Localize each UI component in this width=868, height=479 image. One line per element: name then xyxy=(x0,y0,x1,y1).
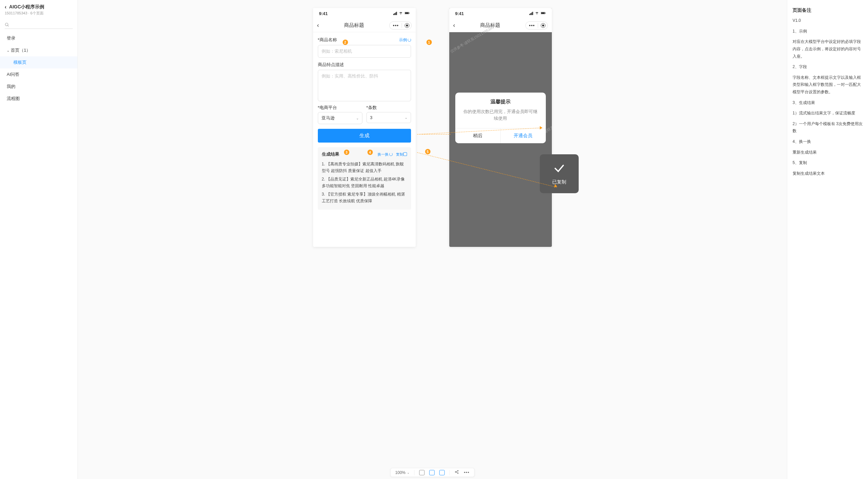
signal-icon xyxy=(529,12,533,15)
count-select[interactable]: 3⌄ xyxy=(367,112,411,123)
svg-rect-3 xyxy=(405,12,408,13)
result-title: 生成结果 xyxy=(322,151,339,157)
sidebar-item-template[interactable]: 模板页 xyxy=(0,56,78,68)
more-icon[interactable]: ••• xyxy=(392,23,400,28)
project-subtitle: 15011785343 · 6个页面 xyxy=(5,11,73,16)
wifi-icon xyxy=(534,11,539,16)
more-icon[interactable]: ••• xyxy=(528,23,536,28)
svg-point-0 xyxy=(5,23,8,26)
example-link[interactable]: 示例 xyxy=(399,37,411,43)
svg-line-12 xyxy=(456,472,458,473)
nav-back-icon[interactable]: ‹ xyxy=(317,22,319,29)
device-icon-3[interactable] xyxy=(439,470,445,475)
phone-mockup-form: 9:41 ‹ 商品标题 ••• xyxy=(313,8,416,247)
modal-title: 温馨提示 xyxy=(455,93,546,107)
signal-icon xyxy=(393,12,397,15)
annotation-arrow xyxy=(554,184,557,188)
svg-point-8 xyxy=(455,472,456,472)
bottom-toolbar: 100%⌄ ••• xyxy=(390,468,474,477)
svg-rect-6 xyxy=(541,12,545,13)
count-label: *条数 xyxy=(367,105,377,110)
notes-version: V1.0 xyxy=(793,17,863,25)
notes-line: 3、生成结果 xyxy=(793,99,863,107)
svg-rect-4 xyxy=(409,12,409,13)
product-desc-input[interactable]: 例如：实用、高性价比、防抖 xyxy=(318,70,411,101)
shuffle-button[interactable]: 换一换 xyxy=(377,152,393,157)
annotation-badge-1: 1 xyxy=(427,39,432,45)
svg-point-10 xyxy=(458,473,458,473)
sidebar-item-aiqna[interactable]: AI问答 xyxy=(0,68,78,81)
platform-select[interactable]: 亚马逊⌄ xyxy=(318,112,363,124)
name-label: *商品名称 xyxy=(318,37,337,43)
project-title: AIGC小程序示例 xyxy=(9,4,44,10)
check-icon xyxy=(553,162,565,174)
svg-rect-7 xyxy=(545,12,546,13)
result-card: 生成结果 换一换 复制 1. 【高画质专业拍摄】索尼高清数码相机 旗舰型号 超强… xyxy=(318,147,411,210)
modal-message: 你的使用次数已用完，开通会员即可继续使用 xyxy=(455,107,546,128)
notes-line: 1、示例 xyxy=(793,28,863,35)
status-icons xyxy=(393,11,410,16)
status-time: 9:41 xyxy=(455,11,464,16)
result-body: 1. 【高画质专业拍摄】索尼高清数码相机 旗舰型号 超强防抖 质量保证 超值入手… xyxy=(322,161,407,204)
generate-button[interactable]: 生成 xyxy=(318,129,411,143)
svg-line-11 xyxy=(456,471,458,472)
more-icon[interactable]: ••• xyxy=(464,470,470,475)
svg-point-9 xyxy=(458,470,458,471)
nav-title: 商品标题 xyxy=(480,22,500,29)
svg-line-1 xyxy=(8,26,9,27)
chevron-down-icon: ⌄ xyxy=(356,116,359,120)
search-input[interactable] xyxy=(5,21,73,29)
notes-line: 2、字段 xyxy=(793,63,863,71)
product-name-input[interactable]: 例如：索尼相机 xyxy=(318,45,411,58)
battery-icon xyxy=(405,11,410,16)
notes-line: 4、换一换 xyxy=(793,138,863,146)
back-icon[interactable]: ‹ xyxy=(5,4,6,10)
copy-button[interactable]: 复制 xyxy=(396,152,407,157)
annotation-badge-3: 3 xyxy=(344,150,349,155)
notes-panel: 页面备注 V1.0 1、示例 对应在大模型平台中设定好的必填字段内容，点击示例，… xyxy=(787,0,868,479)
copy-icon xyxy=(404,153,407,156)
sidebar-item-mine[interactable]: 我的 xyxy=(0,81,78,93)
refresh-icon xyxy=(408,38,411,41)
search-icon xyxy=(5,23,9,27)
device-icon-1[interactable] xyxy=(420,470,425,475)
notes-line: 字段名称、文本框提示文字以及输入框类型和输入框字数范围，一对一匹配大模型平台设置… xyxy=(793,74,863,96)
annotation-badge-4: 4 xyxy=(367,150,373,155)
nav-capsule[interactable]: ••• xyxy=(525,22,548,30)
notes-line: 1）流式输出结果文字，保证流畅度 xyxy=(793,110,863,117)
sidebar-item-home[interactable]: ⌄ 首页（1） xyxy=(0,44,78,56)
left-sidebar: ‹ AIGC小程序示例 15011785343 · 6个页面 登录 ⌄ 首页（1… xyxy=(0,0,78,479)
device-icon-2[interactable] xyxy=(430,470,435,475)
open-vip-button[interactable]: 开通会员 xyxy=(501,128,546,143)
notes-title: 页面备注 xyxy=(793,6,863,14)
annotation-badge-2: 2 xyxy=(343,39,348,45)
sidebar-item-flowchart[interactable]: 流程图 xyxy=(0,93,78,104)
notes-line: 5、复制 xyxy=(793,159,863,167)
battery-icon xyxy=(541,11,546,16)
chevron-down-icon: ⌄ xyxy=(7,49,9,52)
status-time: 9:41 xyxy=(319,11,328,16)
target-icon[interactable] xyxy=(541,23,546,28)
phone-mockup-modal: 仅供参考-请联系15011785343 仅供参考-请联系15011785343 … xyxy=(449,8,552,247)
usage-modal: 温馨提示 你的使用次数已用完，开通会员即可继续使用 稍后 开通会员 xyxy=(455,93,546,143)
desc-label: 商品特点描述 xyxy=(318,62,344,68)
sidebar-item-login[interactable]: 登录 xyxy=(0,32,78,44)
chevron-down-icon: ⌄ xyxy=(405,116,407,119)
zoom-control[interactable]: 100%⌄ xyxy=(395,470,410,475)
refresh-icon xyxy=(389,153,393,156)
nav-capsule[interactable]: ••• xyxy=(389,22,412,30)
notes-line: 复制生成结果文本 xyxy=(793,170,863,177)
status-icons xyxy=(529,11,546,16)
annotation-badge-5: 5 xyxy=(425,149,431,154)
wifi-icon xyxy=(398,11,403,16)
notes-line: 2）一个用户每个模板有 3次免费使用次数 xyxy=(793,120,863,135)
target-icon[interactable] xyxy=(405,23,409,28)
notes-line: 重新生成结果 xyxy=(793,149,863,156)
platform-label: *电商平台 xyxy=(318,105,337,110)
nav-back-icon[interactable]: ‹ xyxy=(453,22,455,29)
nav-title: 商品标题 xyxy=(344,22,364,29)
annotation-arrow xyxy=(540,126,542,129)
share-icon[interactable] xyxy=(455,470,459,475)
canvas: 1 2 3 4 5 9:41 xyxy=(78,0,787,479)
notes-line: 对应在大模型平台中设定好的必填字段内容，点击示例，将设定好的内容对号入座。 xyxy=(793,38,863,60)
